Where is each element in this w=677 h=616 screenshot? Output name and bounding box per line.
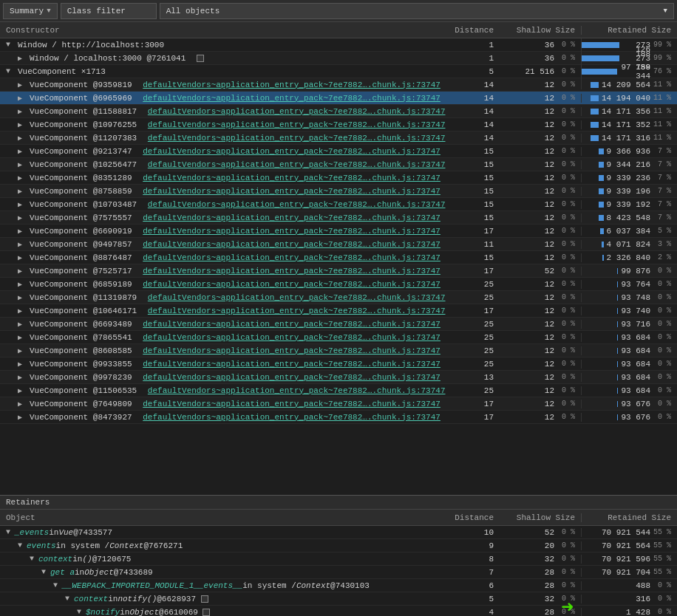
constructor-link[interactable]: defaultVendors~application_entry_pack~7e…: [148, 200, 446, 209]
retainer-row[interactable]: ▼context in () @7120675 8 32 0 % 70 921 …: [0, 552, 677, 566]
table-row[interactable]: ▶Window / localhost:3000 @7261041 1 36 0…: [0, 52, 677, 65]
retainer-row[interactable]: ▼events in system / Context @7676271 9 2…: [0, 539, 677, 552]
table-row[interactable]: ▶VueComponent @9359819 defaultVendors~ap…: [0, 78, 677, 92]
expand-arrow[interactable]: ▶: [18, 81, 27, 89]
constructor-link[interactable]: defaultVendors~application_entry_pack~7e…: [143, 373, 440, 382]
expand-arrow[interactable]: ▶: [18, 147, 27, 156]
ret-expand-arrow[interactable]: ▼: [6, 528, 15, 536]
expand-arrow[interactable]: ▶: [18, 400, 27, 408]
constructor-link[interactable]: defaultVendors~application_entry_pack~7e…: [148, 160, 446, 169]
expand-arrow[interactable]: ▼: [6, 41, 15, 49]
constructor-link[interactable]: defaultVendors~application_entry_pack~7e…: [143, 320, 440, 329]
table-row[interactable]: ▶VueComponent @10646171 defaultVendors~a…: [0, 304, 677, 318]
expand-arrow[interactable]: ▶: [18, 200, 27, 209]
ret-expand-arrow[interactable]: ▼: [18, 541, 27, 550]
constructor-link[interactable]: defaultVendors~application_entry_pack~7e…: [143, 280, 440, 289]
constructor-link[interactable]: defaultVendors~application_entry_pack~7e…: [143, 253, 440, 262]
expand-arrow[interactable]: ▶: [18, 213, 27, 222]
retainer-row[interactable]: ▼context in notify() @6628937 5 32 0 % 3…: [0, 592, 677, 606]
table-row[interactable]: ▶VueComponent @10703487 defaultVendors~a…: [0, 198, 677, 211]
table-row[interactable]: ▶VueComponent @7525717 defaultVendors~ap…: [0, 264, 677, 278]
expand-arrow[interactable]: ▶: [18, 134, 27, 143]
ret-expand-arrow[interactable]: ▼: [53, 581, 62, 589]
retainer-row[interactable]: ▼get a in Object @7433689 7 28 0 % 70 92…: [0, 566, 677, 579]
constructor-link[interactable]: defaultVendors~application_entry_pack~7e…: [143, 400, 440, 408]
constructor-link[interactable]: defaultVendors~application_entry_pack~7e…: [143, 346, 440, 355]
table-row[interactable]: ▶VueComponent @9497857 defaultVendors~ap…: [0, 238, 677, 251]
constructor-link[interactable]: defaultVendors~application_entry_pack~7e…: [143, 81, 440, 89]
expand-arrow[interactable]: ▶: [18, 346, 27, 355]
expand-arrow[interactable]: ▶: [18, 94, 27, 103]
ret-expand-arrow[interactable]: ▼: [30, 555, 38, 563]
constructor-link[interactable]: defaultVendors~application_entry_pack~7e…: [148, 386, 446, 395]
table-row[interactable]: ▶VueComponent @6965969 defaultVendors~ap…: [0, 92, 677, 105]
constructor-link[interactable]: defaultVendors~application_entry_pack~7e…: [148, 293, 446, 302]
ret-expand-arrow[interactable]: ▼: [77, 608, 86, 616]
table-row[interactable]: ▶VueComponent @8351289 defaultVendors~ap…: [0, 171, 677, 185]
constructor-link[interactable]: defaultVendors~application_entry_pack~7e…: [143, 187, 440, 196]
table-row[interactable]: ▶VueComponent @10976255 defaultVendors~a…: [0, 118, 677, 131]
expand-arrow[interactable]: ▶: [18, 187, 27, 196]
constructor-link[interactable]: defaultVendors~application_entry_pack~7e…: [143, 227, 440, 236]
expand-arrow[interactable]: ▶: [18, 174, 27, 182]
constructor-link[interactable]: defaultVendors~application_entry_pack~7e…: [148, 134, 446, 143]
table-row[interactable]: ▶VueComponent @8473927 defaultVendors~ap…: [0, 411, 677, 424]
table-row[interactable]: ▼Window / http://localhost:3000 1 36 0 %…: [0, 38, 677, 52]
table-row[interactable]: ▶VueComponent @9933855 defaultVendors~ap…: [0, 357, 677, 371]
expand-arrow[interactable]: ▶: [18, 307, 27, 315]
expand-arrow[interactable]: ▶: [18, 386, 27, 395]
ret-expand-arrow[interactable]: ▼: [65, 595, 74, 603]
ret-checkbox[interactable]: [201, 595, 208, 603]
expand-arrow[interactable]: ▶: [18, 320, 27, 329]
table-row[interactable]: ▶VueComponent @6690919 defaultVendors~ap…: [0, 225, 677, 238]
expand-arrow[interactable]: ▶: [18, 227, 27, 236]
constructor-link[interactable]: defaultVendors~application_entry_pack~7e…: [143, 267, 440, 276]
expand-arrow[interactable]: ▶: [18, 120, 27, 129]
expand-arrow[interactable]: ▶: [18, 333, 27, 342]
expand-arrow[interactable]: ▶: [18, 240, 27, 249]
checkbox-icon[interactable]: [197, 55, 204, 62]
table-row[interactable]: ▶VueComponent @7865541 defaultVendors~ap…: [0, 331, 677, 344]
constructor-link[interactable]: defaultVendors~application_entry_pack~7e…: [143, 147, 440, 156]
constructor-link[interactable]: defaultVendors~application_entry_pack~7e…: [143, 360, 440, 369]
expand-arrow[interactable]: ▶: [18, 360, 27, 369]
retainer-row[interactable]: ▼__WEBPACK_IMPORTED_MODULE_1__events__ i…: [0, 579, 677, 592]
expand-arrow[interactable]: ▶: [18, 293, 27, 302]
expand-arrow[interactable]: ▶: [18, 253, 27, 262]
table-row[interactable]: ▶VueComponent @11506535 defaultVendors~a…: [0, 384, 677, 397]
table-row[interactable]: ▶VueComponent @8758859 defaultVendors~ap…: [0, 185, 677, 198]
constructor-link[interactable]: defaultVendors~application_entry_pack~7e…: [143, 213, 440, 222]
table-row[interactable]: ▶VueComponent @7649809 defaultVendors~ap…: [0, 397, 677, 411]
table-row[interactable]: ▶VueComponent @10256477 defaultVendors~a…: [0, 158, 677, 171]
ret-checkbox[interactable]: [203, 609, 210, 616]
retainer-row[interactable]: ▼_events in Vue @7433577 10 52 0 % 70 92…: [0, 526, 677, 539]
table-row[interactable]: ▶VueComponent @9213747 defaultVendors~ap…: [0, 145, 677, 158]
table-row[interactable]: ▶VueComponent @11207383 defaultVendors~a…: [0, 131, 677, 145]
constructor-link[interactable]: defaultVendors~application_entry_pack~7e…: [143, 174, 440, 182]
constructor-link[interactable]: defaultVendors~application_entry_pack~7e…: [143, 413, 440, 422]
expand-arrow[interactable]: ▶: [18, 160, 27, 169]
table-row[interactable]: ▶VueComponent @6693489 defaultVendors~ap…: [0, 318, 677, 331]
table-row[interactable]: ▶VueComponent @9978239 defaultVendors~ap…: [0, 371, 677, 384]
table-row[interactable]: ▶VueComponent @7575557 defaultVendors~ap…: [0, 211, 677, 225]
expand-arrow[interactable]: ▶: [18, 54, 27, 63]
table-row[interactable]: ▶VueComponent @8876487 defaultVendors~ap…: [0, 251, 677, 264]
expand-arrow[interactable]: ▶: [18, 280, 27, 289]
ret-expand-arrow[interactable]: ▼: [41, 568, 50, 576]
objects-dropdown[interactable]: All objects ▼: [160, 3, 674, 19]
expand-arrow[interactable]: ▶: [18, 413, 27, 422]
class-filter-input[interactable]: [61, 3, 157, 19]
summary-button[interactable]: Summary ▼: [3, 3, 58, 19]
table-row[interactable]: ▶VueComponent @8608585 defaultVendors~ap…: [0, 344, 677, 357]
constructor-link[interactable]: defaultVendors~application_entry_pack~7e…: [148, 120, 446, 129]
expand-arrow[interactable]: ▶: [18, 373, 27, 382]
table-row[interactable]: ▶VueComponent @11588817 defaultVendors~a…: [0, 105, 677, 118]
constructor-link[interactable]: defaultVendors~application_entry_pack~7e…: [148, 307, 446, 315]
constructor-link[interactable]: defaultVendors~application_entry_pack~7e…: [148, 107, 446, 116]
retainer-row[interactable]: ▼$notify in Object @6610069 4 28 0 % 1 4…: [0, 606, 677, 616]
expand-arrow[interactable]: ▶: [18, 267, 27, 276]
table-row[interactable]: ▶VueComponent @6859189 defaultVendors~ap…: [0, 278, 677, 291]
constructor-link[interactable]: defaultVendors~application_entry_pack~7e…: [143, 240, 440, 249]
table-row[interactable]: ▼VueComponent ×1713 5 21 516 0 % 97 759 …: [0, 65, 677, 78]
expand-arrow[interactable]: ▶: [18, 107, 27, 116]
